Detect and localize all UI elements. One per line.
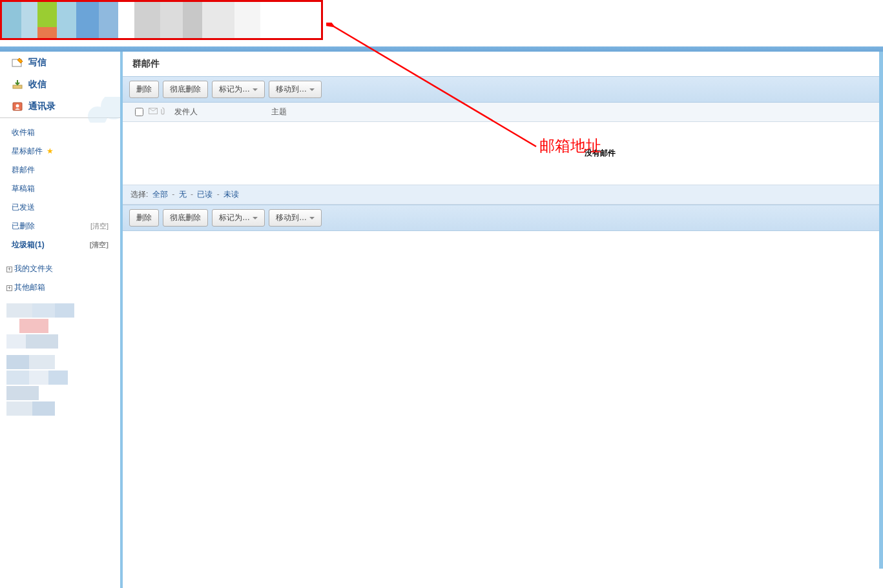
compose-label: 写信 <box>28 57 47 68</box>
select-read-link[interactable]: 已读 <box>197 190 213 199</box>
folder-sent-label: 已发送 <box>12 202 35 213</box>
svg-rect-1 <box>13 85 22 88</box>
compose-icon <box>12 57 25 68</box>
mark-as-button-bottom[interactable]: 标记为… <box>212 209 265 227</box>
main-container: 写信 收信 通讯录 收件箱 星标邮件 ★ <box>0 52 883 588</box>
folder-group-label: 群邮件 <box>12 165 35 176</box>
folder-list: 收件箱 星标邮件 ★ 群邮件 草稿箱 已发送 已删除 [清空] 垃圾箱(1) [… <box>0 118 120 259</box>
select-label: 选择: <box>130 190 148 199</box>
move-to-label: 移动到… <box>276 84 307 95</box>
expand-icon: + <box>6 267 12 272</box>
folder-trash-clear[interactable]: [清空] <box>90 240 109 250</box>
right-border <box>879 52 883 569</box>
receive-icon <box>12 79 25 90</box>
folder-group[interactable]: 群邮件 <box>0 161 120 179</box>
delete-forever-button-bottom[interactable]: 彻底删除 <box>163 209 208 227</box>
column-sender[interactable]: 发件人 <box>174 106 271 117</box>
contacts-icon <box>12 101 25 112</box>
expand-icon: + <box>6 285 12 291</box>
receive-label: 收信 <box>28 79 47 90</box>
attachment-icon <box>159 107 165 117</box>
section-othermail[interactable]: +其他邮箱 <box>0 278 120 297</box>
section-othermail-label: 其他邮箱 <box>14 283 45 292</box>
toolbar-bottom: 删除 彻底删除 标记为… 移动到… <box>123 205 883 231</box>
selection-row: 选择: 全部 - 无 - 已读 - 未读 <box>123 185 883 205</box>
delete-forever-button[interactable]: 彻底删除 <box>163 81 208 98</box>
move-to-button[interactable]: 移动到… <box>269 81 322 98</box>
chevron-down-icon <box>309 88 315 91</box>
select-all-link[interactable]: 全部 <box>152 190 168 199</box>
sidebar-actions: 写信 收信 通讯录 <box>0 52 120 118</box>
column-header-row: 发件人 主题 <box>123 103 883 122</box>
delete-forever-label: 彻底删除 <box>170 84 201 95</box>
section-myfolder-label: 我的文件夹 <box>14 264 53 273</box>
select-all-cell <box>129 108 149 116</box>
star-icon: ★ <box>45 147 54 156</box>
folder-deleted[interactable]: 已删除 [清空] <box>0 217 120 236</box>
move-to-button-bottom[interactable]: 移动到… <box>269 209 322 227</box>
header-separator-bar <box>0 46 883 52</box>
folder-inbox[interactable]: 收件箱 <box>0 123 120 142</box>
pixelated-header-content <box>2 2 321 38</box>
annotation-highlight-box <box>0 0 323 40</box>
folder-inbox-label: 收件箱 <box>12 127 35 138</box>
compose-button[interactable]: 写信 <box>0 52 120 74</box>
folder-deleted-clear[interactable]: [清空] <box>90 221 109 231</box>
select-none-link[interactable]: 无 <box>179 190 187 199</box>
column-subject[interactable]: 主题 <box>271 106 877 117</box>
page-title: 群邮件 <box>123 52 883 76</box>
select-all-checkbox[interactable] <box>135 108 143 116</box>
mark-as-label: 标记为… <box>219 84 250 95</box>
folder-starred-label: 星标邮件 <box>12 147 43 156</box>
status-icons-cell <box>149 107 174 117</box>
empty-message: 没有邮件 <box>585 122 616 185</box>
folder-deleted-label: 已删除 <box>12 221 35 232</box>
receive-button[interactable]: 收信 <box>0 74 120 96</box>
contacts-label: 通讯录 <box>28 101 56 112</box>
header-area <box>0 0 883 46</box>
select-unread-link[interactable]: 未读 <box>223 190 239 199</box>
mail-icon <box>149 107 158 117</box>
content-area: 群邮件 删除 彻底删除 标记为… 移动到… 发件人 主题 <box>123 52 883 588</box>
folder-drafts[interactable]: 草稿箱 <box>0 179 120 198</box>
folder-sent[interactable]: 已发送 <box>0 198 120 217</box>
delete-button[interactable]: 删除 <box>129 81 159 98</box>
chevron-down-icon <box>253 88 258 91</box>
contacts-button[interactable]: 通讯录 <box>0 96 120 117</box>
delete-button-bottom[interactable]: 删除 <box>129 209 159 227</box>
section-myfolder[interactable]: +我的文件夹 <box>0 259 120 278</box>
delete-label: 删除 <box>136 84 152 95</box>
mark-as-button[interactable]: 标记为… <box>212 81 265 98</box>
folder-drafts-label: 草稿箱 <box>12 183 35 194</box>
empty-message-area: 没有邮件 <box>123 122 883 185</box>
svg-point-3 <box>16 105 19 108</box>
folder-trash-label: 垃圾箱(1) <box>12 239 45 250</box>
chevron-down-icon <box>309 217 315 219</box>
folder-trash[interactable]: 垃圾箱(1) [清空] <box>0 236 120 254</box>
sidebar: 写信 收信 通讯录 收件箱 星标邮件 ★ <box>0 52 123 588</box>
sidebar-pixelated-area <box>0 297 120 423</box>
toolbar-top: 删除 彻底删除 标记为… 移动到… <box>123 76 883 103</box>
chevron-down-icon <box>253 217 258 219</box>
folder-starred[interactable]: 星标邮件 ★ <box>0 142 120 161</box>
